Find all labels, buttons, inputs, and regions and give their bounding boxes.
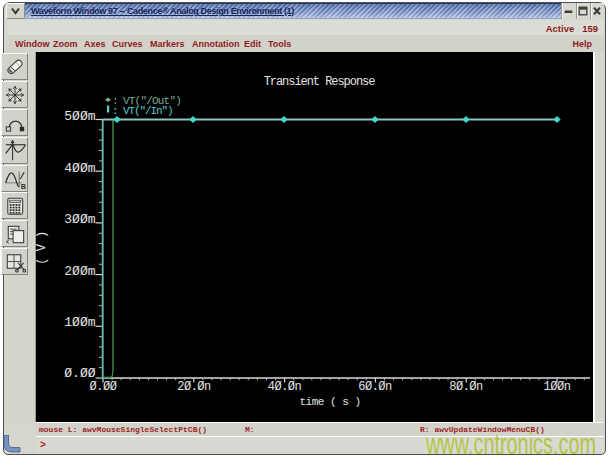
svg-text:Ø.ØØ: Ø.ØØ [64, 366, 95, 381]
svg-text:2Ø.Øn: 2Ø.Øn [177, 380, 211, 394]
svg-text:time ( s ): time ( s ) [299, 396, 360, 408]
svg-text:Transient Response: Transient Response [264, 75, 376, 89]
svg-text::: : [112, 105, 119, 117]
svg-text:5ØØm: 5ØØm [64, 109, 95, 124]
svg-text:1ØØn: 1ØØn [544, 380, 571, 394]
svg-text:VT("/In"): VT("/In") [123, 105, 173, 117]
svg-text:Ø.ØØ: Ø.ØØ [90, 380, 117, 394]
svg-text:2ØØm: 2ØØm [64, 264, 95, 279]
svg-text:1ØØm: 1ØØm [64, 315, 95, 330]
svg-text:4Ø.Øn: 4Ø.Øn [268, 380, 302, 394]
svg-text:B: B [20, 182, 25, 191]
svg-text:8Ø.Øn: 8Ø.Øn [449, 380, 483, 394]
svg-text:4ØØm: 4ØØm [64, 161, 95, 176]
svg-text:( V ): ( V ) [36, 231, 49, 265]
svg-text:3ØØm: 3ØØm [64, 212, 95, 227]
svg-text:6Ø.Øn: 6Ø.Øn [358, 380, 392, 394]
